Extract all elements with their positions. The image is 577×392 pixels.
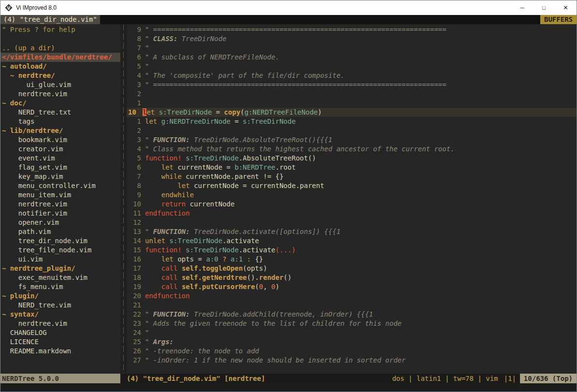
line-number: 5 (127, 62, 145, 71)
code-line[interactable]: 8" CLASS: TreeDirNode (127, 34, 577, 44)
tree-file-item[interactable]: key_map.vim (0, 172, 120, 181)
tree-file-item[interactable]: README.markdown (0, 347, 120, 356)
code-text: let currentNode = currentNode.parent (145, 181, 324, 190)
code-line[interactable]: 12 (127, 218, 577, 227)
code-line[interactable]: 7 while currentNode.parent != {} (127, 172, 577, 181)
line-number: 20 (127, 291, 145, 301)
maximize-button[interactable]: □ (533, 0, 555, 15)
code-line[interactable]: 5" (127, 62, 577, 71)
code-text: " (145, 44, 149, 53)
tree-dir-item[interactable]: ~ plugin/ (0, 291, 120, 301)
code-line[interactable]: 5function! s:TreeDirNode.AbsoluteTreeRoo… (127, 154, 577, 163)
tree-file-item[interactable]: creator.vim (0, 145, 120, 154)
tree-dir-item[interactable]: ~ autoload/ (0, 62, 120, 71)
tree-file-item[interactable]: notifier.vim (0, 209, 120, 218)
tree-dir-item[interactable]: ~ nerdtree_plugin/ (0, 264, 120, 273)
tree-file-item[interactable]: NERD_tree.txt (0, 108, 120, 117)
nerdtree-panel[interactable]: " Press ? for help .. (up a dir)</vimfil… (0, 24, 120, 374)
code-line[interactable]: 21 (127, 301, 577, 310)
tree-dir-item[interactable]: ~ nerdtree/ (0, 71, 120, 80)
code-line[interactable]: 19 call self.putCursorHere(0, 0) (127, 282, 577, 291)
code-text: " (145, 328, 149, 337)
tree-file-item[interactable]: bookmark.vim (0, 135, 120, 145)
code-line[interactable]: 20endfunction (127, 291, 577, 301)
code-line[interactable]: 2 (127, 126, 577, 135)
line-number: 18 (127, 273, 145, 282)
code-line[interactable]: 23" Adds the given treenode to the list … (127, 319, 577, 328)
code-line[interactable]: 10 return currentNode (127, 200, 577, 209)
code-text: while currentNode.parent != {} (145, 172, 284, 181)
code-line[interactable]: 2 (127, 89, 577, 99)
code-text: " Adds the given treenode to the list of… (145, 319, 402, 328)
line-number: 2 (127, 126, 145, 135)
tree-dir-item[interactable]: ~ syntax/ (0, 310, 120, 319)
tree-root-line[interactable]: </vimfiles/bundle/nerdtree/ (0, 53, 120, 62)
tree-file-item[interactable]: CHANGELOG (0, 328, 120, 337)
tree-file-item[interactable]: nerdtree.vim (0, 319, 120, 328)
tree-file-item[interactable]: event.vim (0, 154, 120, 163)
tree-file-item[interactable]: exec_menuitem.vim (0, 273, 120, 282)
code-line[interactable]: 10let s:TreeDirNode = copy(g:NERDTreeFil… (127, 108, 577, 117)
tree-dir-item[interactable]: ~ lib/nerdtree/ (0, 126, 120, 135)
code-line[interactable]: 9 endwhile (127, 190, 577, 200)
line-number: 5 (127, 154, 145, 163)
tree-file-item[interactable]: ui_glue.vim (0, 80, 120, 89)
tree-file-item[interactable]: nerdtree.vim (0, 200, 120, 209)
tree-file-item[interactable]: path.vim (0, 227, 120, 236)
code-line[interactable]: 27" -inOrder: 1 if the new node should b… (127, 356, 577, 365)
code-line[interactable]: 17 call self.toggleOpen(opts) (127, 264, 577, 273)
editor-pane[interactable]: 9" =====================================… (127, 24, 577, 374)
code-line[interactable]: 26" -treenode: the node to add (127, 347, 577, 356)
minimize-button[interactable]: ─ (511, 0, 533, 15)
line-number: 7 (127, 172, 145, 181)
code-line[interactable]: 9" =====================================… (127, 25, 577, 34)
code-line[interactable]: 6" A subclass of NERDTreeFileNode. (127, 53, 577, 62)
window-separator[interactable] (120, 24, 127, 374)
code-line[interactable]: 25" Args: (127, 337, 577, 347)
code-line[interactable]: 13" FUNCTION: TreeDirNode.activate([opti… (127, 227, 577, 236)
tree-file-item[interactable]: ui.vim (0, 255, 120, 264)
tree-file-item[interactable]: opener.vim (0, 218, 120, 227)
code-text: function! s:TreeDirNode.activate(...) (145, 246, 296, 255)
line-number: 8 (127, 34, 145, 44)
code-line[interactable]: 1 (127, 99, 577, 108)
tree-dir-item[interactable]: ~ doc/ (0, 99, 120, 108)
line-number: 13 (127, 227, 145, 236)
tree-file-item[interactable]: fs_menu.vim (0, 282, 120, 291)
tree-file-item[interactable]: tags (0, 117, 120, 126)
code-line[interactable]: 8 let currentNode = currentNode.parent (127, 181, 577, 190)
code-line[interactable]: 22" FUNCTION: TreeDirNode.addChild(treen… (127, 310, 577, 319)
tree-file-item[interactable]: flag_set.vim (0, 163, 120, 172)
tree-file-item[interactable]: tree_dir_node.vim (0, 236, 120, 246)
line-number: 27 (127, 356, 145, 365)
code-text: call self.putCursorHere(0, 0) (145, 282, 279, 291)
tab-tree-dir-node[interactable]: (4) "tree_dir_node.vim" (0, 15, 100, 24)
command-line (0, 383, 577, 392)
tree-file-item[interactable]: LICENCE (0, 337, 120, 347)
code-line[interactable]: 1let g:NERDTreeDirNode = s:TreeDirNode (127, 117, 577, 126)
code-line[interactable]: 15function! s:TreeDirNode.activate(...) (127, 246, 577, 255)
code-line[interactable]: 24" (127, 328, 577, 337)
window-title: Vi IMproved 8.0 (16, 4, 57, 11)
code-line[interactable]: 6 let currentNode = b:NERDTree.root (127, 163, 577, 172)
code-line[interactable]: 14unlet s:TreeDirNode.activate (127, 236, 577, 246)
tree-up-line[interactable]: .. (up a dir) (0, 44, 120, 53)
code-line[interactable]: 16 let opts = a:0 ? a:1 : {} (127, 255, 577, 264)
code-line[interactable]: 4" The 'composite' part of the file/dir … (127, 71, 577, 80)
tree-file-item[interactable]: menu_controller.vim (0, 181, 120, 190)
line-number: 6 (127, 163, 145, 172)
tree-file-item[interactable]: NERD_tree.vim (0, 301, 120, 310)
code-line[interactable]: 3" =====================================… (127, 80, 577, 89)
tree-file-item[interactable]: menu_item.vim (0, 190, 120, 200)
vim-icon: V (5, 4, 13, 12)
code-line[interactable]: 18 call self.getNerdtree().render() (127, 273, 577, 282)
code-line[interactable]: 7" (127, 44, 577, 53)
code-line[interactable]: 11endfunction (127, 209, 577, 218)
line-number: 19 (127, 282, 145, 291)
tree-file-item[interactable]: nerdtree.vim (0, 89, 120, 99)
code-line[interactable]: 3" FUNCTION: TreeDirNode.AbsoluteTreeRoo… (127, 135, 577, 145)
line-number: 6 (127, 53, 145, 62)
code-line[interactable]: 4" Class method that returns the highest… (127, 145, 577, 154)
close-button[interactable]: ✕ (555, 0, 577, 15)
tree-file-item[interactable]: tree_file_node.vim (0, 246, 120, 255)
